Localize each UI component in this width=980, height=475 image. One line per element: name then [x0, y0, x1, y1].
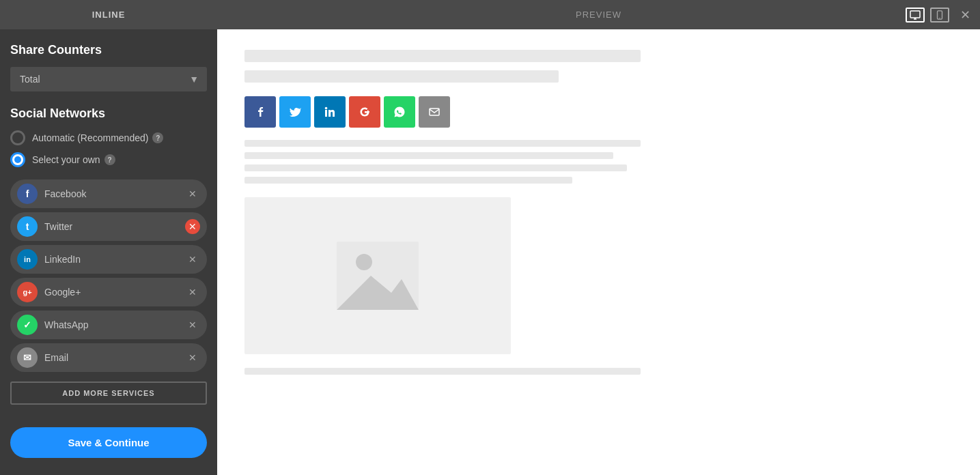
network-item-twitter[interactable]: t Twitter ✕: [10, 212, 207, 241]
share-buttons-row: [244, 96, 953, 128]
svg-point-4: [939, 17, 940, 18]
close-button[interactable]: ✕: [960, 8, 970, 23]
twitter-label: Twitter: [44, 221, 185, 232]
share-counters-dropdown-wrapper: Total Individual None ▼: [10, 67, 207, 91]
save-continue-button[interactable]: Save & Continue: [10, 427, 207, 458]
sidebar-header-label: INLINE: [92, 10, 126, 20]
network-item-whatsapp[interactable]: ✓ WhatsApp ✕: [10, 311, 207, 339]
linkedin-remove-btn[interactable]: ✕: [185, 252, 200, 267]
radio-group: Automatic (Recommended) ? Select your ow…: [10, 130, 207, 167]
add-more-services-button[interactable]: ADD MORE SERVICES: [10, 382, 207, 405]
network-item-facebook[interactable]: f Facebook ✕: [10, 179, 207, 208]
radio-automatic[interactable]: Automatic (Recommended) ?: [10, 130, 207, 145]
svg-point-6: [325, 107, 328, 110]
radio-automatic-circle: [10, 130, 25, 145]
network-item-googleplus[interactable]: g+ Google+ ✕: [10, 278, 207, 306]
text-line-4: [244, 177, 572, 184]
desktop-view-icon[interactable]: [906, 8, 925, 23]
bottom-line-1: [244, 368, 641, 375]
image-placeholder: [244, 197, 511, 354]
whatsapp-icon: ✓: [17, 315, 38, 335]
svg-rect-7: [430, 109, 439, 115]
sidebar: INLINE Share Counters Total Individual N…: [0, 0, 217, 475]
select-own-help-icon: ?: [104, 154, 115, 165]
automatic-help-icon: ?: [152, 132, 163, 143]
text-line-1: [244, 140, 641, 147]
network-list: f Facebook ✕ t Twitter ✕ in LinkedIn ✕ g…: [10, 179, 207, 372]
facebook-label: Facebook: [44, 188, 185, 199]
network-item-linkedin[interactable]: in LinkedIn ✕: [10, 245, 207, 274]
svg-rect-5: [325, 110, 327, 117]
whatsapp-remove-btn[interactable]: ✕: [185, 317, 200, 332]
email-remove-btn[interactable]: ✕: [185, 350, 200, 365]
placeholder-line-1: [244, 50, 641, 62]
view-icons: [906, 8, 949, 23]
twitter-icon: t: [17, 216, 38, 237]
share-btn-whatsapp[interactable]: [384, 96, 415, 128]
whatsapp-label: WhatsApp: [44, 319, 185, 330]
share-counters-title: Share Counters: [10, 43, 207, 57]
share-btn-googleplus[interactable]: [349, 96, 380, 128]
twitter-remove-btn[interactable]: ✕: [185, 219, 200, 234]
network-item-email[interactable]: ✉ Email ✕: [10, 343, 207, 372]
linkedin-icon: in: [17, 249, 38, 270]
text-line-2: [244, 152, 613, 159]
radio-select-own-label: Select your own: [32, 154, 100, 165]
sidebar-content: Share Counters Total Individual None ▼ S…: [0, 29, 217, 420]
linkedin-label: LinkedIn: [44, 254, 185, 265]
facebook-remove-btn[interactable]: ✕: [185, 186, 200, 201]
googleplus-icon: g+: [17, 282, 38, 302]
main-content: PREVIEW ✕: [217, 0, 980, 475]
placeholder-line-2: [244, 70, 559, 83]
svg-rect-0: [910, 11, 920, 18]
email-label: Email: [44, 352, 185, 363]
radio-automatic-label: Automatic (Recommended): [32, 132, 148, 143]
share-btn-facebook[interactable]: [244, 96, 276, 128]
preview-label: PREVIEW: [576, 10, 621, 20]
radio-select-own[interactable]: Select your own ?: [10, 152, 207, 167]
share-btn-email[interactable]: [419, 96, 450, 128]
radio-select-own-circle: [10, 152, 25, 167]
googleplus-remove-btn[interactable]: ✕: [185, 285, 200, 300]
facebook-icon: f: [17, 184, 38, 204]
share-btn-linkedin[interactable]: [314, 96, 346, 128]
googleplus-label: Google+: [44, 287, 185, 298]
text-line-3: [244, 164, 627, 171]
save-btn-wrapper: Save & Continue: [0, 420, 217, 475]
svg-point-9: [356, 254, 372, 270]
share-counters-dropdown[interactable]: Total Individual None: [10, 67, 207, 91]
email-icon: ✉: [17, 347, 38, 368]
share-btn-twitter[interactable]: [279, 96, 311, 128]
text-lines: [244, 140, 953, 184]
social-networks-title: Social Networks: [10, 106, 207, 121]
dropdown-container: Total Individual None ▼: [10, 67, 207, 91]
mobile-view-icon[interactable]: [930, 8, 949, 23]
top-bar: PREVIEW ✕: [217, 0, 980, 29]
preview-area: [217, 29, 980, 475]
sidebar-header: INLINE: [0, 0, 217, 29]
